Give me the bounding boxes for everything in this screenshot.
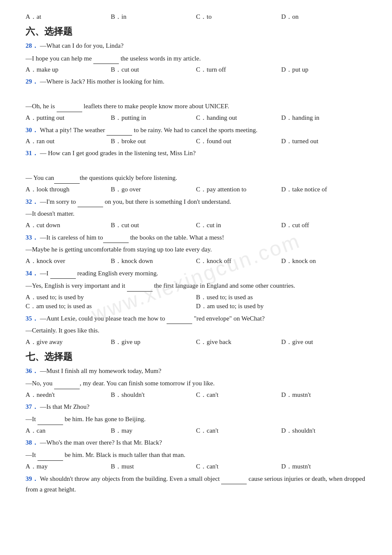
q28-opt-b: B．cut out — [111, 66, 196, 74]
q35-line2: —Certainly. It goes like this. — [26, 325, 366, 336]
q35-options: A．give away B．give up C．give back D．give… — [26, 338, 366, 346]
q34-blank2 — [127, 280, 153, 292]
q30-blank — [107, 124, 132, 136]
q28-line2: —I hope you can help me the useless word… — [26, 53, 366, 64]
q30-line1: What a pity! The weather to be rainy. We… — [40, 127, 257, 133]
q28-blank — [93, 53, 119, 64]
question-37: 37． —Is that Mr Zhou? —It be him. He has… — [26, 402, 366, 435]
q32-opt-d: D．cut off — [281, 221, 366, 229]
q39-blank — [221, 473, 247, 485]
q31-opt-a: A．look through — [26, 185, 111, 194]
q33-blank — [103, 232, 129, 243]
q38-line1: —Who's the man over there? Is that Mr. B… — [40, 439, 162, 446]
q31-opt-d: D．take notice of — [281, 185, 366, 194]
q32-opt-b: B．cut out — [111, 221, 196, 229]
q32-opt-a: A．cut down — [26, 221, 111, 229]
q33-opt-a: A．knock over — [26, 257, 111, 265]
q31-blank-line — [26, 160, 366, 171]
q30-opt-b: B．broke out — [111, 137, 196, 145]
q39-line1: We shouldn't throw any objects from the … — [26, 475, 365, 493]
q32-line1: —I'm sorry to on you, but there is somet… — [40, 198, 231, 205]
q28-opt-c: C．turn off — [196, 66, 281, 74]
q29-opt-b: B．putting in — [111, 114, 196, 122]
q32-num: 32． — [26, 198, 38, 205]
q34-line1: —I reading English every morning. — [40, 270, 158, 277]
q34-options-row1: A．used to; is used by B．used to; is used… — [26, 293, 366, 301]
q37-opt-d: D．shouldn't — [281, 427, 366, 435]
q36-opt-b: B．shouldn't — [111, 391, 196, 399]
q34-options-row2: C．am used to; is used as D．am used to; i… — [26, 302, 366, 310]
q29-blank-line — [26, 89, 366, 100]
q35-line1: —Aunt Lexie, could you please teach me h… — [40, 315, 265, 322]
q29-opt-a: A．putting out — [26, 114, 111, 122]
q37-opt-a: A．can — [26, 427, 111, 435]
q30-options: A．ran out B．broke out C．found out D．turn… — [26, 137, 366, 145]
q31-num: 31． — [26, 150, 38, 156]
q32-blank — [78, 196, 103, 208]
q36-opt-c: C．can't — [196, 391, 281, 399]
q38-opt-c: C．can't — [196, 462, 281, 471]
question-32: 32． —I'm sorry to on you, but there is s… — [26, 196, 366, 229]
q34-num: 34． — [26, 270, 38, 277]
q35-opt-c: C．give back — [196, 338, 281, 346]
question-28: 28． —What can I do for you, Linda? —I ho… — [26, 40, 366, 74]
question-29: 29． —Where is Jack? His mother is lookin… — [26, 76, 366, 122]
q29-num: 29． — [26, 78, 38, 85]
q34-opt-c: C．am used to; is used as — [26, 302, 196, 310]
q36-blank — [54, 378, 80, 389]
q38-opt-a: A．may — [26, 462, 111, 471]
q35-opt-b: B．give up — [111, 338, 196, 346]
q34-opt-d: D．am used to; is used by — [196, 302, 366, 310]
question-39: 39． We shouldn't throw any objects from … — [26, 473, 366, 495]
q33-opt-b: B．knock down — [111, 257, 196, 265]
top-option-d: D．on — [281, 13, 366, 21]
section7-title: 七、选择题 — [26, 350, 366, 363]
q36-line2: —No, you , my dear. You can finish some … — [26, 378, 366, 389]
q31-options: A．look through B．go over C．pay attention… — [26, 185, 366, 194]
q36-line1: —Must I finish all my homework today, Mu… — [40, 367, 161, 374]
q31-line2: — You can the questions quickly before l… — [26, 172, 366, 184]
q29-line1: —Where is Jack? His mother is looking fo… — [40, 78, 164, 85]
q34-blank1 — [50, 268, 76, 279]
q38-opt-d: D．mustn't — [281, 462, 366, 471]
q35-blank — [167, 313, 192, 324]
q36-options: A．needn't B．shouldn't C．can't D．mustn't — [26, 391, 366, 399]
q30-opt-c: C．found out — [196, 137, 281, 145]
q38-num: 38． — [26, 439, 38, 446]
q37-line2: —It be him. He has gone to Beijing. — [26, 413, 366, 425]
q37-blank — [37, 413, 63, 425]
top-options-row: A．at B．in C．to D．on — [26, 13, 366, 21]
q37-opt-b: B．may — [111, 427, 196, 435]
question-31: 31． — How can I get good grades in the l… — [26, 148, 366, 194]
question-36: 36． —Must I finish all my homework today… — [26, 366, 366, 399]
q29-opt-d: D．handing in — [281, 114, 366, 122]
q36-opt-a: A．needn't — [26, 391, 111, 399]
q30-num: 30． — [26, 127, 38, 133]
q29-line2: —Oh, he is leaflets there to make people… — [26, 101, 366, 112]
q34-line2: —Yes, English is very important and it t… — [26, 280, 366, 292]
q32-options: A．cut down B．cut out C．cut in D．cut off — [26, 221, 366, 229]
q33-opt-d: D．knock on — [281, 257, 366, 265]
q33-options: A．knock over B．knock down C．knock off D．… — [26, 257, 366, 265]
q31-blank — [54, 172, 80, 184]
q28-line1: —What can I do for you, Linda? — [40, 42, 124, 49]
q30-opt-d: D．turned out — [281, 137, 366, 145]
q28-opt-d: D．put up — [281, 66, 366, 74]
question-33: 33． —It is careless of him to the books … — [26, 232, 366, 265]
q28-num: 28． — [26, 42, 38, 49]
q31-opt-c: C．pay attention to — [196, 185, 281, 194]
q28-opt-a: A．make up — [26, 66, 111, 74]
q38-opt-b: B．must — [111, 462, 196, 471]
question-30: 30． What a pity! The weather to be rainy… — [26, 124, 366, 146]
q35-opt-a: A．give away — [26, 338, 111, 346]
q30-opt-a: A．ran out — [26, 137, 111, 145]
q37-options: A．can B．may C．can't D．shouldn't — [26, 427, 366, 435]
q38-line2: —It be him. Mr. Black is much taller tha… — [26, 449, 366, 461]
q29-blank — [57, 101, 82, 112]
q29-opt-c: C．handing out — [196, 114, 281, 122]
q33-num: 33． — [26, 234, 38, 241]
q35-num: 35． — [26, 315, 38, 322]
q37-line1: —Is that Mr Zhou? — [40, 403, 89, 410]
q31-opt-b: B．go over — [111, 185, 196, 194]
q36-opt-d: D．mustn't — [281, 391, 366, 399]
